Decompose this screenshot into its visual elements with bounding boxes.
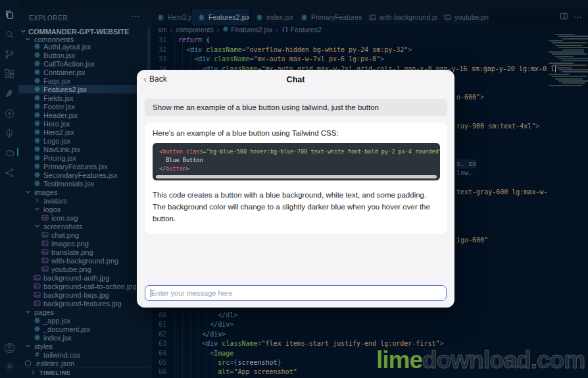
dialog-title: Chat [137,75,454,84]
code-horizontal-scrollbar[interactable] [156,175,437,178]
watermark-prefix: lime [376,346,422,373]
assistant-intro: Here's an example of a blue button using… [153,129,439,137]
user-message: Show me an example of a blue button usin… [145,99,447,116]
text-caret [151,289,151,297]
watermark-suffix: download.com [422,346,585,373]
chat-code-line: <button class="bg-blue-500 hover:bg-blue… [159,148,433,156]
message-input[interactable] [145,285,447,301]
dialog-header: ‹ Back Chat [137,70,454,90]
watermark: limedownload.com [376,346,585,374]
code-block: <button class="bg-blue-500 hover:bg-blue… [153,143,440,180]
assistant-message: Here's an example of a blue button using… [145,122,447,234]
chat-code-line: </button> [159,165,433,173]
assistant-outro: This code creates a button with a blue b… [153,190,440,225]
chat-dialog: ‹ Back Chat Show me an example of a blue… [137,70,454,308]
chat-code-line: Blue Button [159,156,433,165]
window: EXPLORER ⋯ COMMANDER-GPT-WEBSITE compone… [0,0,588,378]
message-input-wrap [145,285,447,301]
